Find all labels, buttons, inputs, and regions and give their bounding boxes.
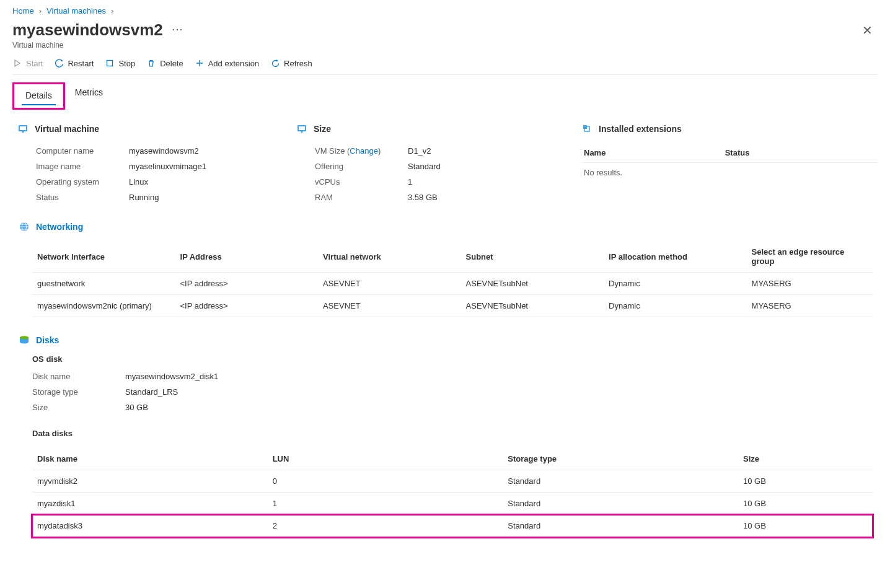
label-vcpus: vCPUs [315,177,408,186]
play-icon [12,58,22,68]
more-actions-button[interactable]: ⋯ [172,22,183,36]
cell-vnet: ASEVNET [318,273,461,295]
value-os-disk-name: myasewindowsvm2_disk1 [125,372,218,381]
cell-type: Standard [503,515,738,537]
trash-icon [146,58,156,68]
cell-lun: 1 [268,493,503,515]
svg-rect-8 [299,126,305,130]
close-button[interactable]: ✕ [862,18,878,38]
refresh-icon [270,58,280,68]
cell-nic: guestnetwork [32,273,175,295]
table-row[interactable]: myazdisk11Standard10 GB [32,493,873,515]
cell-lun: 2 [268,515,503,537]
net-col-alloc: IP allocation method [604,241,747,273]
toolbar: Start Restart Stop Delete Add extension … [12,50,878,75]
cell-alloc: Dynamic [604,273,747,295]
breadcrumb: Home › Virtual machines › [12,5,878,18]
cell-ip: <IP address> [175,273,319,295]
delete-label: Delete [160,59,183,68]
disk-col-size: Size [738,448,873,470]
cell-alloc: Dynamic [604,295,747,317]
value-vm-size: D1_v2 [408,146,431,156]
tabs: Details Metrics [12,79,878,110]
net-col-nic: Network interface [32,241,175,273]
stop-icon [105,58,115,68]
delete-button[interactable]: Delete [146,58,183,68]
refresh-button[interactable]: Refresh [270,58,312,68]
value-ram: 3.58 GB [408,193,438,202]
value-offering: Standard [408,162,441,171]
cell-vnet: ASEVNET [318,295,461,317]
disk-col-name: Disk name [32,448,268,470]
size-heading-text: Size [314,124,331,134]
tab-details[interactable]: Details [15,86,62,107]
table-row[interactable]: myvmdisk20Standard10 GB [32,470,873,493]
disk-col-lun: LUN [268,448,503,470]
net-col-ip: IP Address [175,241,319,273]
networking-table: Network interface IP Address Virtual net… [32,241,873,317]
svg-marker-1 [61,59,63,61]
cell-subnet: ASEVNETsubNet [461,295,604,317]
cell-ip: <IP address> [175,295,319,317]
cell-lun: 0 [268,470,503,493]
size-section-heading: Size [296,123,569,134]
start-label: Start [26,59,43,68]
ext-col-name: Name [581,143,723,163]
networking-heading-text: Networking [36,222,83,232]
stop-button[interactable]: Stop [105,58,135,68]
cell-erg: MYASERG [747,273,873,295]
label-offering: Offering [315,162,408,171]
cell-name: myvmdisk2 [32,470,268,493]
cell-type: Standard [503,493,738,515]
tab-metrics[interactable]: Metrics [65,82,113,110]
add-extension-button[interactable]: Add extension [195,58,259,68]
restart-button[interactable]: Restart [54,58,94,68]
cell-size: 10 GB [738,493,873,515]
table-row[interactable]: myasewindowsvm2nic (primary)<IP address>… [32,295,873,317]
data-disks-table: Disk name LUN Storage type Size myvmdisk… [32,448,873,537]
extensions-heading-text: Installed extensions [599,124,682,134]
label-status: Status [36,193,129,202]
page-title: myasewindowsvm2 [12,18,163,40]
table-row[interactable]: guestnetwork<IP address>ASEVNETASEVNETsu… [32,273,873,295]
value-computer-name: myasewindowsvm2 [129,146,199,156]
ext-col-status: Status [723,143,878,163]
svg-rect-11 [583,125,587,129]
net-col-subnet: Subnet [461,241,604,273]
networking-section-heading[interactable]: Networking [19,221,873,232]
page-subtitle: Virtual machine [12,41,183,50]
stop-label: Stop [118,59,135,68]
cell-type: Standard [503,470,738,493]
disks-heading-text: Disks [36,335,59,345]
os-disk-heading: OS disk [32,354,873,364]
value-status: Running [129,193,159,202]
disks-icon [19,335,30,346]
add-extension-label: Add extension [208,59,259,68]
cell-size: 10 GB [738,515,873,537]
change-size-link[interactable]: Change [350,146,378,156]
disks-section-heading[interactable]: Disks [19,335,873,346]
label-os-disk-size: Size [32,403,125,412]
cell-size: 10 GB [738,470,873,493]
net-col-erg: Select an edge resource group [747,241,873,273]
extensions-section-heading: Installed extensions [581,123,878,134]
cell-erg: MYASERG [747,295,873,317]
svg-rect-6 [22,131,24,133]
start-button[interactable]: Start [12,58,43,68]
table-row[interactable]: mydatadisk32Standard10 GB [32,515,873,537]
monitor-icon [296,123,307,134]
ext-empty: No results. [581,163,878,183]
svg-marker-0 [15,60,20,66]
restart-label: Restart [68,59,94,68]
svg-rect-2 [107,61,113,66]
breadcrumb-vms[interactable]: Virtual machines [46,6,106,15]
value-os-disk-type: Standard_LRS [125,387,178,397]
net-col-vnet: Virtual network [318,241,461,273]
label-computer-name: Computer name [36,146,129,156]
label-image-name: Image name [36,162,129,171]
breadcrumb-home[interactable]: Home [12,6,34,15]
value-os: Linux [129,177,148,186]
label-os-disk-name: Disk name [32,372,125,381]
chevron-right-icon: › [38,6,43,15]
monitor-icon [17,123,29,134]
